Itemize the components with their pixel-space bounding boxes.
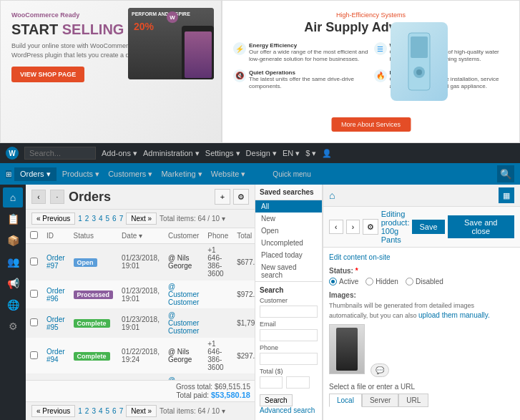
- filter-prev-button[interactable]: « Previous: [31, 213, 75, 225]
- view-shop-button[interactable]: VIEW SHOP PAGE: [11, 67, 84, 82]
- table-row[interactable]: Order #93 Open 01/22/2018, 19:01 @ Custo…: [26, 374, 255, 381]
- product-thumbnail: [329, 324, 365, 374]
- total-field-label: Total ($): [260, 368, 318, 375]
- row-checkbox[interactable]: [30, 258, 38, 265]
- filter-page-7[interactable]: 7: [119, 215, 124, 223]
- advanced-search-link[interactable]: Advanced search: [260, 406, 315, 414]
- status-disabled-radio[interactable]: Disabled: [406, 278, 443, 285]
- bottom-page-1[interactable]: 1: [78, 407, 82, 415]
- quick-menu-link[interactable]: Quick menu: [273, 170, 310, 178]
- orders-forward-button[interactable]: ·: [50, 190, 64, 204]
- saved-search-item[interactable]: New: [255, 213, 322, 225]
- order-id-link[interactable]: Order #95: [46, 316, 65, 331]
- orders-nav-button[interactable]: Orders ▾: [14, 167, 57, 181]
- rp-save-close-button[interactable]: Save and close: [448, 215, 514, 238]
- order-id-link[interactable]: Order #96: [46, 287, 65, 303]
- saved-search-item[interactable]: Open: [255, 225, 322, 237]
- table-row[interactable]: Order #95 Complete 01/23/2018, 19:01 @ C…: [26, 309, 255, 338]
- bottom-prev-button[interactable]: « Previous: [31, 405, 75, 417]
- rp-back-button[interactable]: ‹: [329, 220, 343, 234]
- admin-bar-addons[interactable]: Add-ons ▾: [102, 149, 137, 158]
- orders-back-button[interactable]: ‹: [31, 190, 46, 204]
- saved-search-item[interactable]: New saved search: [255, 261, 322, 281]
- sidebar-home-icon[interactable]: ⌂: [3, 187, 23, 207]
- saved-search-item[interactable]: All: [255, 200, 322, 213]
- table-row[interactable]: Order #94 Complete 01/22/2018, 19:24 @ N…: [26, 338, 255, 374]
- nav-search-button[interactable]: 🔍: [497, 165, 514, 182]
- rp-grid-icon[interactable]: ▦: [499, 187, 514, 203]
- edit-content-on-site-link[interactable]: Edit content on-site: [329, 253, 514, 261]
- admin-bar-lang[interactable]: EN ▾: [283, 149, 300, 158]
- admin-search-input[interactable]: [24, 147, 96, 160]
- rp-gear-button[interactable]: ⚙: [363, 219, 378, 235]
- customers-nav[interactable]: Customers ▾: [105, 170, 155, 179]
- status-hidden-radio[interactable]: Hidden: [366, 278, 398, 285]
- bottom-next-button[interactable]: Next »: [126, 405, 157, 417]
- bottom-page-6[interactable]: 6: [112, 407, 117, 415]
- rp-home-icon[interactable]: ⌂: [329, 190, 335, 201]
- total-search-input2[interactable]: [286, 376, 309, 389]
- bottom-page-3[interactable]: 3: [92, 407, 96, 415]
- phone-search-input[interactable]: [260, 353, 318, 365]
- sidebar-website-icon[interactable]: 🌐: [3, 295, 23, 315]
- sidebar-marketing-icon[interactable]: 📢: [3, 273, 23, 293]
- filter-page-6[interactable]: 6: [112, 215, 117, 223]
- saved-search-item[interactable]: Placed today: [255, 249, 322, 261]
- row-checkbox[interactable]: [30, 318, 38, 326]
- row-checkbox[interactable]: [30, 351, 38, 359]
- col-date[interactable]: Date ▾: [117, 228, 164, 244]
- rp-forward-button[interactable]: ›: [346, 220, 360, 234]
- select-all-checkbox[interactable]: [30, 231, 38, 239]
- sidebar-settings-icon[interactable]: ⚙: [3, 316, 23, 336]
- bottom-page-5[interactable]: 5: [106, 407, 110, 415]
- customer-link[interactable]: @ Customer Customer: [168, 311, 199, 335]
- admin-bar-currency[interactable]: $ ▾: [305, 149, 316, 158]
- customer-link[interactable]: @ Nils George: [168, 348, 192, 363]
- sidebar-customers-icon[interactable]: 👥: [3, 252, 23, 272]
- customer-search-input[interactable]: [260, 306, 318, 318]
- rp-save-button[interactable]: Save: [412, 220, 444, 234]
- filter-page-2[interactable]: 2: [85, 215, 89, 223]
- orders-settings-button[interactable]: ⚙: [233, 189, 249, 205]
- admin-bar-user[interactable]: 👤: [322, 149, 332, 158]
- customer-link[interactable]: @ Customer Customer: [168, 283, 199, 306]
- bubble-button[interactable]: 💬: [371, 363, 389, 377]
- sidebar-products-icon[interactable]: 📦: [3, 230, 23, 250]
- total-search-input[interactable]: [260, 376, 283, 389]
- bottom-page-2[interactable]: 2: [85, 407, 89, 415]
- bottom-page-7[interactable]: 7: [119, 407, 124, 415]
- email-search-input[interactable]: [260, 329, 318, 341]
- table-row[interactable]: Order #96 Processed 01/23/2018, 19:01 @ …: [26, 280, 255, 309]
- filter-next-button[interactable]: Next »: [126, 213, 157, 225]
- saved-searches-panel: Saved searches AllNewOpenUncompletedPlac…: [255, 185, 323, 420]
- more-about-services-button[interactable]: More About Services: [331, 117, 411, 132]
- right-panel: ⌂ ▦ ‹ › ⚙ Editing product: 100g Pants Sa…: [323, 185, 520, 420]
- filter-page-1[interactable]: 1: [78, 215, 82, 223]
- order-id-link[interactable]: Order #94: [46, 348, 65, 363]
- file-tab-server[interactable]: Server: [362, 394, 398, 407]
- saved-search-item[interactable]: Uncompleted: [255, 237, 322, 249]
- customer-link[interactable]: @ Nils George: [168, 254, 192, 270]
- table-row[interactable]: Order #97 Open 01/23/2018, 19:01 @ Nils …: [26, 244, 255, 280]
- admin-bar-administration[interactable]: Administration ▾: [143, 149, 200, 158]
- admin-bar-settings[interactable]: Settings ▾: [205, 149, 240, 158]
- marketing-nav[interactable]: Marketing ▾: [158, 170, 205, 179]
- search-button[interactable]: Search: [260, 394, 293, 406]
- orders-add-button[interactable]: +: [215, 189, 230, 205]
- filter-page-3[interactable]: 3: [92, 215, 96, 223]
- images-section: Images: Thumbnails will be generated fro…: [329, 291, 514, 377]
- filter-page-5[interactable]: 5: [106, 215, 110, 223]
- filter-page-4[interactable]: 4: [99, 215, 103, 223]
- search-section: Search Customer Email Phone Total ($) Se…: [255, 281, 322, 419]
- upload-manually-link[interactable]: upload them manually.: [418, 311, 490, 319]
- website-nav[interactable]: Website ▾: [208, 170, 249, 179]
- row-checkbox[interactable]: [30, 290, 38, 298]
- order-id-link[interactable]: Order #97: [46, 254, 65, 270]
- sidebar-orders-icon[interactable]: 📋: [3, 209, 23, 229]
- admin-bar-design[interactable]: Design ▾: [246, 149, 277, 158]
- file-tab-url[interactable]: URL: [398, 394, 428, 407]
- bottom-page-4[interactable]: 4: [99, 407, 103, 415]
- status-active-radio[interactable]: Active: [329, 278, 358, 285]
- products-nav[interactable]: Products ▾: [59, 170, 102, 179]
- file-tab-local[interactable]: Local: [329, 394, 362, 407]
